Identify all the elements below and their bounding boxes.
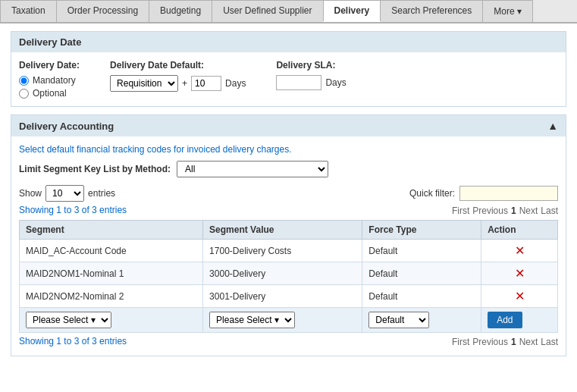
col-segment-value: Segment Value	[203, 221, 362, 240]
tab-taxation[interactable]: Taxation	[0, 0, 57, 22]
tab-more[interactable]: More ▾	[482, 0, 533, 22]
delivery-accounting-header: Delivery Accounting ▲	[11, 115, 566, 136]
plus-sign: +	[182, 78, 187, 89]
delivery-accounting-title: Delivery Accounting	[19, 121, 114, 132]
cell-action: ✕	[481, 285, 558, 308]
info-link[interactable]: Select default financial tracking codes …	[19, 144, 558, 155]
optional-label: Optional	[33, 88, 67, 99]
add-row: Please Select ▾ Please Select ▾ Default …	[20, 308, 558, 333]
col-force-type: Force Type	[362, 221, 481, 240]
add-force-type-select[interactable]: Default	[368, 312, 429, 328]
cell-segment-value: 1700-Delivery Costs	[203, 240, 362, 262]
tab-delivery[interactable]: Delivery	[323, 0, 381, 22]
delivery-date-title: Delivery Date	[19, 36, 81, 48]
limit-label: Limit Segment Key List by Method:	[19, 164, 171, 174]
page-current-top: 1	[511, 205, 516, 216]
tab-bar: Taxation Order Processing Budgeting User…	[0, 0, 577, 24]
optional-radio-label[interactable]: Optional	[19, 88, 80, 99]
table-row: MAID2NOM1-Nominal 1 3000-Delivery Defaul…	[20, 262, 558, 285]
add-segment-cell: Please Select ▾	[20, 308, 203, 333]
optional-radio[interactable]	[19, 89, 29, 99]
delivery-date-default-label: Delivery Date Default:	[110, 60, 246, 71]
mandatory-radio-label[interactable]: Mandatory	[19, 75, 80, 86]
add-segment-value-cell: Please Select ▾	[203, 308, 362, 333]
delivery-date-block: Delivery Date: Mandatory Optional	[19, 60, 80, 99]
delete-icon[interactable]: ✕	[515, 266, 525, 281]
previous-link-bottom[interactable]: Previous	[472, 337, 508, 347]
mandatory-radio[interactable]	[19, 76, 29, 86]
delivery-date-header: Delivery Date	[11, 32, 566, 52]
showing-text-top: Showing 1 to 3 of 3 entries	[19, 205, 127, 215]
table-header-row: Segment Segment Value Force Type Action	[20, 221, 558, 240]
delivery-sla-label: Delivery SLA:	[276, 60, 346, 71]
cell-action: ✕	[481, 262, 558, 285]
last-link-bottom[interactable]: Last	[541, 337, 558, 347]
cell-action: ✕	[481, 240, 558, 262]
add-action-cell: Add	[481, 308, 558, 333]
col-segment: Segment	[20, 221, 203, 240]
add-segment-value-select[interactable]: Please Select ▾	[209, 312, 295, 328]
sla-input[interactable]	[276, 75, 321, 90]
cell-segment: MAID2NOM1-Nominal 1	[20, 262, 203, 285]
entries-label: entries	[88, 188, 115, 199]
first-link-bottom[interactable]: First	[452, 337, 469, 347]
table-row: MAID_AC-Account Code 1700-Delivery Costs…	[20, 240, 558, 262]
requisition-select[interactable]: Requisition	[110, 75, 178, 92]
last-link-top[interactable]: Last	[541, 205, 558, 216]
previous-link-top[interactable]: Previous	[472, 205, 508, 216]
quick-filter-row: Quick filter:	[409, 186, 558, 201]
delete-icon[interactable]: ✕	[515, 243, 525, 258]
cell-segment-value: 3001-Delivery	[203, 285, 362, 308]
showing-text-bottom: Showing 1 to 3 of 3 entries	[19, 336, 127, 347]
accounting-table: Segment Segment Value Force Type Action …	[19, 220, 558, 333]
show-label: Show	[19, 188, 42, 199]
tab-search-preferences[interactable]: Search Preferences	[380, 0, 483, 22]
pagination-top: First Previous 1 Next Last	[452, 205, 558, 216]
days-value-input[interactable]	[191, 76, 221, 91]
mandatory-label: Mandatory	[33, 75, 76, 86]
limit-select[interactable]: All	[177, 161, 328, 177]
delivery-sla-block: Delivery SLA: Days	[276, 60, 346, 90]
entries-select[interactable]: 10 25 50 100	[45, 185, 84, 202]
tab-more-label: More ▾	[494, 6, 522, 17]
delivery-accounting-body: Select default financial tracking codes …	[11, 136, 566, 356]
delivery-date-default-block: Delivery Date Default: Requisition + Day…	[110, 60, 246, 92]
delivery-date-label: Delivery Date:	[19, 60, 80, 71]
show-entries-left: Show 10 25 50 100 entries	[19, 185, 115, 202]
days-label: Days	[225, 78, 246, 89]
limit-row: Limit Segment Key List by Method: All	[19, 161, 558, 177]
radio-group: Mandatory Optional	[19, 75, 80, 99]
delivery-accounting-section: Delivery Accounting ▲ Select default fin…	[11, 114, 566, 356]
add-force-type-cell: Default	[362, 308, 481, 333]
cell-force-type: Default	[362, 262, 481, 285]
next-link-top[interactable]: Next	[519, 205, 538, 216]
quick-filter-input[interactable]	[459, 186, 558, 201]
add-button[interactable]: Add	[488, 312, 522, 328]
next-link-bottom[interactable]: Next	[519, 337, 538, 347]
delivery-date-section: Delivery Date Delivery Date: Mandatory O…	[11, 31, 566, 107]
tab-order-processing[interactable]: Order Processing	[56, 0, 149, 22]
main-content: Delivery Date Delivery Date: Mandatory O…	[0, 24, 577, 372]
tab-user-defined-supplier[interactable]: User Defined Supplier	[212, 0, 323, 22]
add-segment-select[interactable]: Please Select ▾	[26, 312, 111, 328]
tab-budgeting[interactable]: Budgeting	[149, 0, 212, 22]
page-current-bottom: 1	[511, 337, 516, 347]
delete-icon[interactable]: ✕	[515, 289, 525, 303]
first-link-top[interactable]: First	[452, 205, 469, 216]
delivery-date-row: Delivery Date: Mandatory Optional	[19, 60, 558, 99]
show-entries-row: Show 10 25 50 100 entries Quick filter:	[19, 185, 558, 202]
cell-force-type: Default	[362, 285, 481, 308]
delivery-sla-row: Days	[276, 75, 346, 90]
col-action: Action	[481, 221, 558, 240]
cell-force-type: Default	[362, 240, 481, 262]
quick-filter-label: Quick filter:	[409, 188, 455, 199]
collapse-arrow-icon[interactable]: ▲	[547, 120, 558, 132]
table-row: MAID2NOM2-Nominal 2 3001-Delivery Defaul…	[20, 285, 558, 308]
cell-segment: MAID2NOM2-Nominal 2	[20, 285, 203, 308]
pagination-bottom: First Previous 1 Next Last	[452, 337, 558, 347]
delivery-date-default-row: Requisition + Days	[110, 75, 246, 92]
delivery-date-body: Delivery Date: Mandatory Optional	[11, 52, 566, 106]
cell-segment-value: 3000-Delivery	[203, 262, 362, 285]
sla-days-label: Days	[325, 77, 346, 88]
cell-segment: MAID_AC-Account Code	[20, 240, 203, 262]
